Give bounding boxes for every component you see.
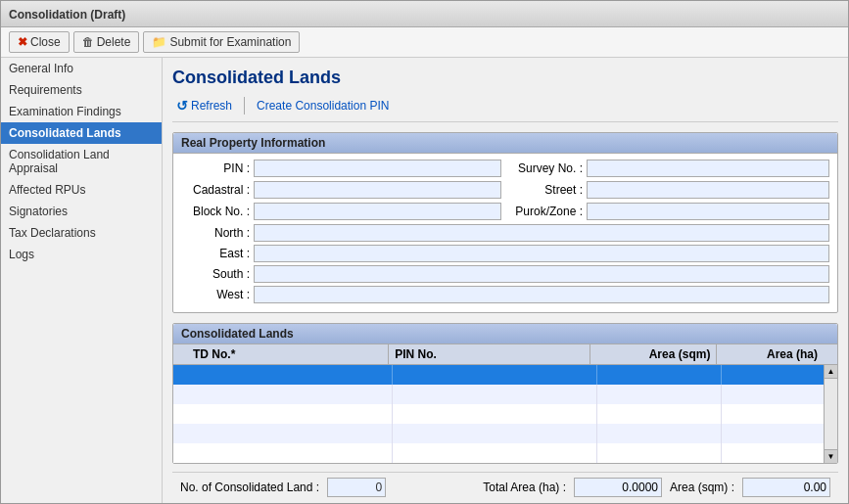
sidebar-item-label: Requirements	[9, 83, 82, 97]
scroll-down-button[interactable]: ▼	[825, 449, 837, 463]
pin-field-group: PIN :	[181, 160, 501, 177]
sidebar-item-label: Affected RPUs	[9, 183, 85, 197]
cadastral-field-group: Cadastral :	[181, 181, 501, 199]
west-label: West :	[181, 288, 250, 301]
west-input[interactable]	[254, 286, 829, 303]
table-scrollbar[interactable]: ▲ ▼	[824, 365, 837, 463]
window-title: Consolidation (Draft)	[9, 8, 125, 22]
main-content: Consolidated Lands ↺ Refresh Create Cons…	[163, 58, 848, 503]
close-button[interactable]: ✖ Close	[9, 31, 70, 53]
total-area-ha-label: Total Area (ha) :	[483, 481, 566, 494]
pin-label: PIN :	[181, 161, 250, 175]
th-scroll-spacer	[824, 344, 837, 364]
form-row-2: Cadastral : Street :	[181, 181, 829, 199]
real-property-form: PIN : Survey No. : Cadastral :	[173, 154, 837, 312]
sidebar-item-examination-findings[interactable]: Examination Findings	[1, 101, 162, 122]
no-consolidated-input[interactable]	[327, 478, 386, 497]
toolbar: ✖ Close 🗑 Delete 📁 Submit for Examinatio…	[1, 27, 848, 58]
purok-zone-input[interactable]	[587, 203, 829, 220]
delete-button[interactable]: 🗑 Delete	[73, 31, 140, 53]
area-sqm-input[interactable]	[742, 478, 830, 497]
cadastral-input[interactable]	[254, 181, 501, 199]
th-pin-no: PIN No.	[389, 344, 590, 364]
table-row-selected[interactable]	[173, 365, 837, 385]
main-window: Consolidation (Draft) ✖ Close 🗑 Delete 📁…	[0, 0, 849, 504]
delete-label: Delete	[97, 35, 131, 49]
real-property-header: Real Property Information	[173, 133, 837, 154]
total-area-ha-input[interactable]	[574, 478, 662, 497]
title-bar: Consolidation (Draft)	[1, 1, 848, 27]
sidebar: General Info Requirements Examination Fi…	[1, 58, 163, 503]
east-input[interactable]	[254, 245, 829, 262]
action-separator	[244, 97, 245, 115]
close-icon: ✖	[18, 35, 27, 49]
block-no-input[interactable]	[254, 203, 501, 220]
sidebar-item-consolidation-land-appraisal[interactable]: Consolidation Land Appraisal	[1, 144, 162, 179]
real-property-section: Real Property Information PIN : Survey N…	[172, 132, 838, 313]
east-label: East :	[181, 247, 250, 260]
table-row-empty-1[interactable]	[173, 385, 837, 404]
block-no-field-group: Block No. :	[181, 203, 501, 220]
refresh-button[interactable]: ↺ Refresh	[172, 96, 236, 115]
form-row-1: PIN : Survey No. :	[181, 160, 829, 177]
content-area: General Info Requirements Examination Fi…	[1, 58, 848, 503]
create-pin-label: Create Consolidation PIN	[257, 99, 389, 113]
footer-bar: No. of Consolidated Land : Total Area (h…	[172, 472, 838, 502]
street-label: Street :	[509, 183, 583, 197]
sidebar-item-label: General Info	[9, 62, 73, 75]
no-consolidated-label: No. of Consolidated Land :	[180, 481, 319, 494]
form-row-north: North :	[181, 224, 829, 242]
scroll-track	[825, 379, 837, 449]
street-input[interactable]	[587, 181, 829, 199]
create-pin-button[interactable]: Create Consolidation PIN	[253, 97, 393, 115]
sidebar-item-general-info[interactable]: General Info	[1, 58, 162, 79]
south-label: South :	[181, 267, 250, 281]
sidebar-item-logs[interactable]: Logs	[1, 244, 162, 265]
north-label: North :	[181, 226, 250, 240]
survey-no-label: Survey No. :	[509, 161, 583, 175]
submit-label: Submit for Examination	[169, 35, 291, 49]
table-body: ▲ ▼	[173, 365, 837, 463]
table-header: TD No.* PIN No. Area (sqm) Area (ha)	[173, 344, 837, 365]
submit-icon: 📁	[152, 35, 166, 49]
action-bar: ↺ Refresh Create Consolidation PIN	[172, 96, 838, 122]
table-row-empty-2[interactable]	[173, 404, 837, 424]
sidebar-item-consolidated-lands[interactable]: Consolidated Lands	[1, 122, 162, 144]
sidebar-item-label: Tax Declarations	[9, 226, 96, 240]
survey-no-field-group: Survey No. :	[509, 160, 829, 177]
form-row-east: East :	[181, 245, 829, 262]
south-input[interactable]	[254, 265, 829, 283]
sidebar-item-label: Consolidated Lands	[9, 126, 121, 140]
area-sqm-label: Area (sqm) :	[670, 481, 734, 494]
survey-no-input[interactable]	[587, 160, 829, 177]
consolidated-lands-section: Consolidated Lands TD No.* PIN No. Area …	[172, 323, 838, 464]
block-no-label: Block No. :	[181, 205, 250, 218]
th-area-sqm: Area (sqm)	[590, 344, 717, 364]
north-input[interactable]	[254, 224, 829, 242]
sidebar-item-affected-rpus[interactable]: Affected RPUs	[1, 179, 162, 201]
submit-button[interactable]: 📁 Submit for Examination	[143, 31, 300, 53]
scroll-up-button[interactable]: ▲	[825, 365, 837, 379]
form-row-west: West :	[181, 286, 829, 303]
th-td-no: TD No.*	[187, 344, 389, 364]
delete-icon: 🗑	[82, 35, 94, 49]
street-field-group: Street :	[509, 181, 829, 199]
sidebar-item-label: Logs	[9, 248, 34, 261]
close-label: Close	[30, 35, 61, 49]
form-row-south: South :	[181, 265, 829, 283]
form-row-3: Block No. : Purok/Zone :	[181, 203, 829, 220]
table-row-empty-3[interactable]	[173, 424, 837, 443]
sidebar-item-label: Examination Findings	[9, 105, 121, 118]
sidebar-item-label: Signatories	[9, 205, 68, 218]
consolidated-lands-header: Consolidated Lands	[173, 324, 837, 344]
refresh-icon: ↺	[176, 98, 188, 114]
sidebar-item-label: Consolidation Land Appraisal	[9, 148, 110, 175]
sidebar-item-tax-declarations[interactable]: Tax Declarations	[1, 222, 162, 244]
refresh-label: Refresh	[191, 99, 232, 113]
table-row-empty-4[interactable]	[173, 443, 837, 463]
pin-input[interactable]	[254, 160, 501, 177]
page-title: Consolidated Lands	[172, 68, 838, 88]
sidebar-item-requirements[interactable]: Requirements	[1, 79, 162, 101]
cadastral-label: Cadastral :	[181, 183, 250, 197]
sidebar-item-signatories[interactable]: Signatories	[1, 201, 162, 222]
